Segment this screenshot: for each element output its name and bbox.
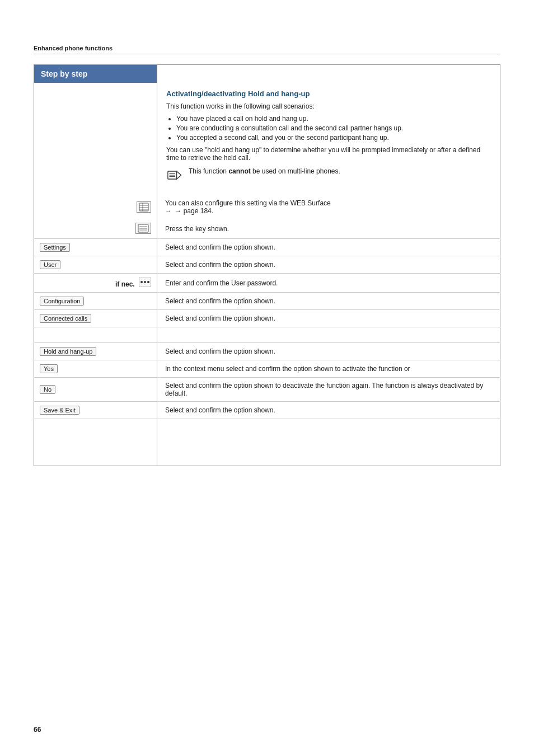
page-number: 66 (34, 726, 41, 734)
step-right-empty1 (157, 327, 500, 343)
svg-point-17 (147, 281, 149, 283)
step-left-settings: Settings (34, 239, 157, 256)
content-section: Activating/deactivating Hold and hang-up… (157, 83, 500, 195)
no-label[interactable]: No (40, 385, 55, 394)
step-by-step-header: Step by step (34, 65, 157, 83)
step-right-yes: In the context menu select and confirm t… (157, 360, 500, 378)
configuration-label[interactable]: Configuration (40, 297, 84, 306)
cannot-note-text: This function cannot be used on multi-li… (189, 167, 340, 175)
page: Enhanced phone functions Step by step (0, 0, 534, 756)
right-col-header (157, 65, 500, 83)
step-left-user: User (34, 256, 157, 274)
step-left-configuration: Configuration (34, 293, 157, 310)
hold-handup-label[interactable]: Hold and hang-up (40, 347, 96, 356)
header-row: Step by step (34, 65, 500, 83)
step-right-empty2 (157, 419, 500, 435)
cannot-note-icon (166, 167, 184, 183)
step-left-ifnec: if nec. (34, 274, 157, 293)
web-surface-icon (137, 201, 151, 213)
section-heading: Activating/deactivating Hold and hang-up (166, 90, 491, 98)
web-note-row: You can also configure this setting via … (34, 195, 500, 219)
svg-marker-1 (177, 171, 181, 179)
step-row-yes: Yes In the context menu select and confi… (34, 360, 500, 378)
svg-point-16 (144, 281, 146, 283)
step-left-hold-handup: Hold and hang-up (34, 343, 157, 360)
cannot-note-box: This function cannot be used on multi-li… (166, 167, 491, 183)
user-label[interactable]: User (40, 260, 60, 269)
step-right-save-exit: Select and confirm the option shown. (157, 402, 500, 419)
web-note-page: → page 184. (175, 207, 213, 215)
step-left-save-exit: Save & Exit (34, 402, 157, 419)
step-left-empty1 (34, 327, 157, 343)
key-icon (135, 223, 151, 234)
step-row-empty3 (34, 435, 500, 450)
web-note-right: You can also configure this setting via … (157, 195, 500, 219)
web-note-text: You can also configure this setting via … (165, 199, 331, 207)
svg-point-15 (140, 281, 143, 283)
right-col-content: Activating/deactivating Hold and hang-up… (157, 83, 500, 195)
step-row-empty2 (34, 419, 500, 435)
section-title: Enhanced phone functions (34, 45, 500, 54)
step-row-settings: Settings Select and confirm the option s… (34, 239, 500, 256)
press-key-text: Press the key shown. (165, 225, 229, 233)
step-left-no: No (34, 378, 157, 402)
step-left-yes: Yes (34, 360, 157, 378)
step-row-user: User Select and confirm the option shown… (34, 256, 500, 274)
step-right-connected-calls: Select and confirm the option shown. (157, 310, 500, 327)
if-nec-label: if nec. (115, 280, 135, 288)
para1: You can use "hold and hang up" to determ… (166, 146, 491, 162)
step-right-user: Select and confirm the option shown. (157, 256, 500, 274)
bullet-1: You have placed a call on hold and hang … (176, 115, 491, 123)
step-row-no: No Select and confirm the option shown t… (34, 378, 500, 402)
connected-calls-label[interactable]: Connected calls (40, 314, 91, 323)
bullet-2: You are conducting a consultation call a… (176, 124, 491, 132)
step-row-ifnec: if nec. Enter and confirm the User passw… (34, 274, 500, 293)
press-key-row: Press the key shown. (34, 219, 500, 239)
press-key-left (34, 219, 157, 239)
step-row-save-exit: Save & Exit Select and confirm the optio… (34, 402, 500, 419)
step-left-empty3 (34, 435, 157, 450)
yes-label[interactable]: Yes (40, 364, 58, 373)
step-header-label: Step by step (34, 65, 157, 83)
intro-text: This function works in the following cal… (166, 102, 491, 110)
step-left-empty2 (34, 419, 157, 435)
step-row-hold-handup: Hold and hang-up Select and confirm the … (34, 343, 500, 360)
step-row-empty4 (34, 450, 500, 466)
left-col-content (34, 83, 157, 195)
right-header-empty (157, 65, 500, 82)
step-row-connected-calls: Connected calls Select and confirm the o… (34, 310, 500, 327)
press-key-right: Press the key shown. (157, 219, 500, 239)
step-left-connected-calls: Connected calls (34, 310, 157, 327)
step-right-configuration: Select and confirm the option shown. (157, 293, 500, 310)
content-row: Activating/deactivating Hold and hang-up… (34, 83, 500, 195)
step-right-hold-handup: Select and confirm the option shown. (157, 343, 500, 360)
main-table: Step by step Activating/deactivating Hol… (34, 64, 500, 466)
step-row-configuration: Configuration Select and confirm the opt… (34, 293, 500, 310)
save-exit-label[interactable]: Save & Exit (40, 406, 79, 415)
step-left-empty4 (34, 450, 157, 466)
web-note-left (34, 195, 157, 219)
step-right-ifnec: Enter and confirm the User password. (157, 274, 500, 293)
bullet-list: You have placed a call on hold and hang … (176, 115, 491, 142)
arrow-icon: → (165, 207, 172, 215)
step-right-settings: Select and confirm the option shown. (157, 239, 500, 256)
step-right-no: Select and confirm the option shown to d… (157, 378, 500, 402)
password-icon (139, 279, 151, 288)
step-right-empty3 (157, 435, 500, 450)
settings-label[interactable]: Settings (40, 243, 70, 252)
bullet-3: You accepted a second call, and you or t… (176, 134, 491, 142)
step-right-empty4 (157, 450, 500, 466)
step-row-empty1 (34, 327, 500, 343)
